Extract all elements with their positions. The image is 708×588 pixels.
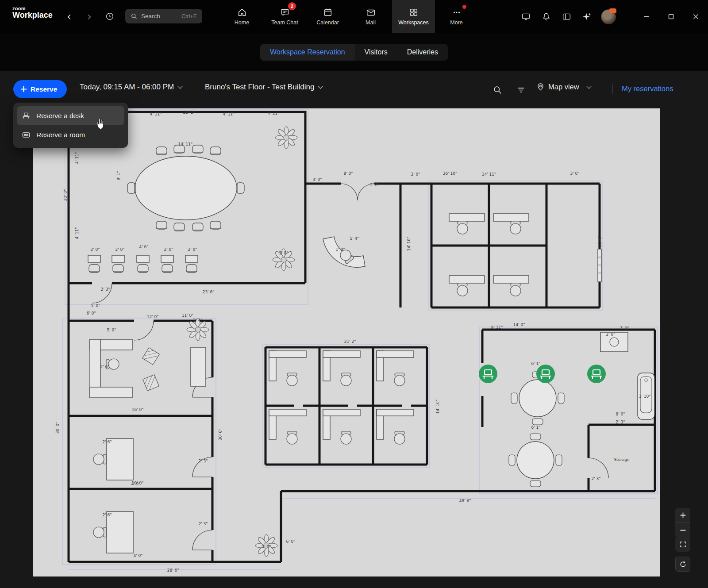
minus-icon xyxy=(680,527,686,534)
svg-text:16' 0": 16' 0" xyxy=(132,407,144,412)
global-search[interactable]: Search Ctrl+E xyxy=(125,9,202,23)
svg-text:11' 0": 11' 0" xyxy=(182,313,194,318)
svg-text:2' 0": 2' 0" xyxy=(188,247,197,252)
svg-text:3' 0": 3' 0" xyxy=(570,171,580,176)
calendar-icon xyxy=(323,8,333,17)
filter-button[interactable] xyxy=(515,84,527,96)
avatar-hat xyxy=(609,8,616,13)
svg-text:3' 0": 3' 0" xyxy=(313,177,322,182)
search-icon xyxy=(493,85,502,95)
zoom-out-button[interactable] xyxy=(675,523,690,538)
svg-text:3' 0": 3' 0" xyxy=(411,172,420,177)
chevron-down-icon xyxy=(586,84,591,88)
user-avatar[interactable] xyxy=(601,9,616,24)
svg-text:6' 1": 6' 1" xyxy=(531,425,541,430)
svg-text:Storage: Storage xyxy=(614,457,630,462)
chevron-down-icon xyxy=(178,84,183,88)
window-controls xyxy=(634,0,708,33)
app-logo: zoom Workplace xyxy=(12,6,53,20)
my-reservations-link[interactable]: My reservations xyxy=(622,85,673,93)
room-icon xyxy=(22,131,31,139)
svg-text:5' 0": 5' 0" xyxy=(91,304,100,308)
svg-text:2' 6": 2' 6" xyxy=(370,183,380,187)
svg-text:14' 11": 14' 11" xyxy=(178,142,192,146)
svg-text:2' 3": 2' 3" xyxy=(592,477,601,481)
svg-text:2' 0": 2' 0" xyxy=(606,332,616,337)
svg-text:2' 6": 2' 6" xyxy=(103,440,112,444)
svg-text:4' 9": 4' 9" xyxy=(131,482,141,486)
svg-text:14' 10": 14' 10" xyxy=(407,237,411,251)
menu-item-reserve-room[interactable]: Reserve a room xyxy=(17,125,124,144)
svg-text:48' 6": 48' 6" xyxy=(459,499,471,503)
bell-icon xyxy=(542,12,551,21)
datetime-dropdown[interactable]: Today, 09:15 AM - 06:00 PM xyxy=(80,83,182,92)
fullscreen-button[interactable] xyxy=(675,537,690,552)
search-icon xyxy=(131,13,138,20)
svg-text:28' 6": 28' 6" xyxy=(167,568,179,573)
history-button[interactable] xyxy=(103,10,117,23)
svg-text:4' 0": 4' 0" xyxy=(134,553,143,558)
tab-deliveries[interactable]: Deliveries xyxy=(397,44,448,61)
sparkle-icon xyxy=(582,12,592,22)
close-button[interactable] xyxy=(683,0,708,33)
nav-mail[interactable]: Mail xyxy=(349,0,392,33)
svg-text:2' 6": 2' 6" xyxy=(103,513,112,517)
back-button[interactable]: ‹ xyxy=(62,9,76,24)
plus-icon xyxy=(20,86,27,92)
svg-text:9' 1": 9' 1" xyxy=(116,171,121,181)
maximize-icon xyxy=(668,14,674,19)
topbar-right-icons xyxy=(519,0,616,33)
desk-marker[interactable] xyxy=(536,365,555,383)
svg-text:8' 0": 8' 0" xyxy=(616,412,625,416)
map-view-dropdown[interactable]: Map view xyxy=(536,83,591,91)
forward-button[interactable]: › xyxy=(82,9,96,24)
menu-item-reserve-desk[interactable]: Reserve a desk xyxy=(17,106,124,125)
maximize-button[interactable] xyxy=(658,0,683,33)
desk-marker[interactable] xyxy=(587,365,606,383)
svg-text:28' 1": 28' 1" xyxy=(183,110,195,115)
section-tabs: Workspace Reservation Visitors Deliverie… xyxy=(260,44,448,61)
reserve-menu: Reserve a desk Reserve a room xyxy=(13,103,128,148)
svg-text:4' 11": 4' 11" xyxy=(268,111,280,115)
svg-text:7' 0": 7' 0" xyxy=(620,326,629,331)
panel-button[interactable] xyxy=(560,11,573,23)
svg-text:4' 11": 4' 11" xyxy=(75,227,79,239)
svg-text:2' 3": 2' 3" xyxy=(199,459,208,463)
notifications-button[interactable] xyxy=(540,11,552,23)
svg-text:30' 0": 30' 0" xyxy=(55,422,60,434)
mail-icon xyxy=(366,8,376,17)
round-table-1 xyxy=(511,372,564,425)
floorplan-map[interactable]: 4' 11"28' 1"4' 11"4' 11"14' 11"20' 0"4' … xyxy=(33,108,660,576)
map-search-button[interactable] xyxy=(491,84,504,96)
more-alert-dot xyxy=(462,5,466,9)
nav-workspaces[interactable]: Workspaces xyxy=(392,0,435,33)
nav-team-chat[interactable]: 2 Team Chat xyxy=(263,0,306,33)
tab-visitors[interactable]: Visitors xyxy=(355,44,397,61)
more-icon xyxy=(452,8,462,17)
svg-text:4' 6": 4' 6" xyxy=(139,245,149,249)
nav-home[interactable]: Home xyxy=(220,0,263,33)
nav-more[interactable]: More xyxy=(435,0,478,33)
svg-text:30' 0": 30' 0" xyxy=(218,429,223,441)
reserve-button[interactable]: Reserve xyxy=(13,80,67,98)
devices-button[interactable] xyxy=(519,11,532,23)
svg-text:36' 10": 36' 10" xyxy=(443,171,457,176)
minimize-icon xyxy=(643,14,649,19)
floorplan-canvas[interactable]: 4' 11"28' 1"4' 11"4' 11"14' 11"20' 0"4' … xyxy=(33,108,660,576)
nav-calendar[interactable]: Calendar xyxy=(306,0,349,33)
zoom-in-button[interactable] xyxy=(675,508,690,523)
svg-text:4' 11": 4' 11" xyxy=(75,152,79,164)
svg-text:23' 6": 23' 6" xyxy=(203,290,215,294)
svg-text:9' 11": 9' 11" xyxy=(491,325,503,330)
svg-text:14' 11": 14' 11" xyxy=(482,172,496,177)
brand-workplace: Workplace xyxy=(12,11,53,20)
desk-marker[interactable] xyxy=(479,365,497,383)
tab-workspace-reservation[interactable]: Workspace Reservation xyxy=(260,44,355,61)
reception-desk xyxy=(323,237,365,267)
minimize-button[interactable] xyxy=(634,0,658,33)
radiator xyxy=(598,249,601,282)
location-dropdown[interactable]: Bruno's Test Floor - Test Building xyxy=(205,83,322,92)
svg-text:5' 0": 5' 0" xyxy=(107,328,116,332)
refresh-button[interactable] xyxy=(675,557,690,572)
ai-companion-button[interactable] xyxy=(581,11,593,23)
